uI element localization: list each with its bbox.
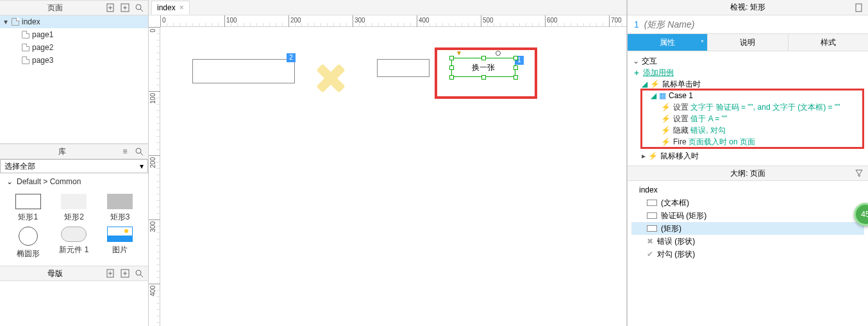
plus-icon: ＋ [633,67,640,78]
widget-rect2[interactable]: 矩形2 [53,194,96,223]
canvas-area[interactable]: 0100200300400500600700 0100200300400 2换一… [149,15,626,326]
footnote-badge: 2 [287,53,296,62]
rect-icon [647,200,657,206]
chevron-down-icon: ⌄ [633,56,639,65]
resize-handle[interactable] [449,65,454,70]
resize-handle[interactable] [513,56,518,60]
widget-pill[interactable]: 新元件 1 [53,227,96,259]
tab-notes[interactable]: 说明 [708,34,788,51]
bolt-icon: ⚡ [650,80,660,89]
selection-count: 1 [634,19,639,30]
resize-handle[interactable] [481,75,486,80]
rect-icon [647,212,657,219]
rect-icon [647,225,657,232]
outline-item-error[interactable]: ✖ 错误 (形状) [631,235,864,248]
case-1[interactable]: ◢ ▦ Case 1 [633,90,865,101]
tab-style[interactable]: 样式 [789,34,868,51]
check-shape-icon: ✔ [647,250,653,259]
master-panel-header: 母版 [0,266,148,281]
tree-twisty-icon: ▸ [642,151,646,160]
svg-point-3 [136,148,141,153]
widget-name-input[interactable] [644,19,862,30]
event-onmouseenter[interactable]: ▸ ⚡ 鼠标移入时 [633,150,865,162]
bolt-icon: ⚡ [648,151,658,160]
add-child-page-icon[interactable] [120,3,130,13]
action-fire[interactable]: ⚡ Fire 页面载入时 on 页面 [633,136,865,148]
case-icon: ▦ [659,91,666,100]
pages-tree: ▾ index page1 page2 page3 [0,15,148,144]
add-sibling-master-icon[interactable] [106,268,116,279]
page-label: index [22,17,40,26]
action-set-value[interactable]: ⚡ 设置 值于 A = "" [633,113,865,124]
tab-label: index [157,3,176,12]
library-panel-header: 库 ≡ [0,144,148,159]
outline-item-textbox[interactable]: (文本框) [631,196,864,209]
search-pages-icon[interactable] [134,3,144,13]
page-tree-item-index[interactable]: ▾ index [0,15,148,28]
canvas-yellow-x[interactable] [318,65,344,91]
library-group-label: Default > Common [17,177,81,186]
interaction-panel: ⌄ 交互 ＋ 添加用例 ◢ ⚡ 鼠标单击时 ◢ ▦ Case 1 ⚡ [628,51,868,166]
inspector-tabs: 属性* 说明 样式 [628,33,868,51]
library-panel-title: 库 [4,146,120,157]
svg-point-2 [136,4,141,10]
bolt-icon: ⚡ [661,114,671,123]
widget-image[interactable]: 图片 [98,227,142,259]
pages-panel-header: 页面 [0,0,148,15]
add-child-master-icon[interactable] [120,268,130,279]
resize-handle[interactable] [449,75,454,80]
page-file-icon [12,18,19,26]
tree-twisty-icon[interactable]: ▾ [3,17,9,26]
tab-properties[interactable]: 属性* [628,34,708,51]
search-library-icon[interactable] [134,146,144,157]
search-master-icon[interactable] [134,268,144,279]
canvas-rect-b[interactable] [377,59,430,77]
page-file-icon [22,56,29,64]
bolt-icon: ⚡ [661,103,671,112]
inspector-name-row: 1 [628,15,868,33]
action-set-text[interactable]: ⚡ 设置 文字于 验证码 = "", and 文字于 (文本框) = "" [633,101,865,113]
inspector-header: 检视: 矩形 [628,0,868,15]
outline-root[interactable]: index [631,184,864,196]
page-tree-item-page3[interactable]: page3 [0,54,148,67]
interaction-marker-icon: ▼ [456,49,462,56]
interaction-section-header[interactable]: ⌄ 交互 [633,55,865,67]
resize-handle[interactable] [513,65,518,70]
outline-header: 大纲: 页面 [628,166,868,181]
canvas-rect-a[interactable]: 2 [192,59,295,83]
page-tree-item-page2[interactable]: page2 [0,41,148,54]
x-shape-icon: ✖ [647,237,653,246]
library-group-toggle[interactable]: ⌄ Default > Common [0,173,148,190]
outline-item-rect[interactable]: (矩形) [631,222,864,235]
rotate-handle-icon[interactable] [496,51,501,56]
canvas-selected-rect[interactable]: 换一张1▼ [451,58,515,77]
resize-handle[interactable] [513,75,518,80]
tree-twisty-icon: ◢ [651,91,656,100]
filter-icon[interactable] [854,168,864,178]
canvas-tabs: index × [149,0,626,15]
add-case-link[interactable]: ＋ 添加用例 [633,67,865,78]
resize-handle[interactable] [449,56,454,60]
ruler-vertical: 0100200300400 [149,27,160,326]
widget-ellipse[interactable]: 椭圆形 [6,227,50,259]
chevron-down-icon: ⌄ [6,177,13,186]
event-onclick[interactable]: ◢ ⚡ 鼠标单击时 [633,78,865,90]
selected-rect-text: 换一张 [472,62,495,73]
ruler-horizontal: 0100200300400500600700 [160,15,626,27]
page-tree-item-page1[interactable]: page1 [0,28,148,41]
resize-handle[interactable] [481,56,486,60]
canvas-tab-index[interactable]: index × [151,1,190,15]
bolt-icon: ⚡ [661,126,671,135]
library-select-label: 选择全部 [4,161,35,172]
close-tab-icon[interactable]: × [179,3,184,12]
widget-rect1[interactable]: 矩形1 [6,194,50,223]
widget-rect3[interactable]: 矩形3 [98,194,142,223]
library-selector[interactable]: 选择全部 ▾ [0,159,148,173]
page-icon[interactable] [854,3,864,13]
action-hide[interactable]: ⚡ 隐藏 错误, 对勾 [633,124,865,136]
outline-item-captcha[interactable]: 验证码 (矩形) [631,209,864,222]
add-sibling-page-icon[interactable] [106,3,116,13]
page-file-icon [22,44,29,51]
library-menu-icon[interactable]: ≡ [120,146,130,157]
outline-item-check[interactable]: ✔ 对勾 (形状) [631,248,864,261]
